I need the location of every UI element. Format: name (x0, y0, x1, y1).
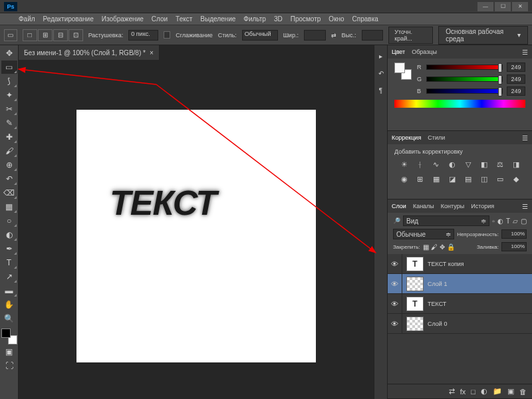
type-tool[interactable]: T (1, 256, 17, 269)
layer-row[interactable]: 👁TТЕКСТ копия (388, 254, 532, 274)
layer-fx-icon[interactable]: fx (460, 388, 466, 396)
foreground-color[interactable] (1, 329, 11, 338)
visibility-icon[interactable]: 👁 (388, 274, 402, 293)
strip-history-icon[interactable]: ↶ (376, 68, 386, 78)
close-button[interactable]: ✕ (512, 2, 528, 11)
selective-color-icon[interactable]: ◆ (510, 174, 522, 184)
lock-pos-icon[interactable]: ✥ (440, 243, 445, 251)
r-slider[interactable] (426, 65, 503, 70)
g-slider[interactable] (426, 76, 503, 82)
menu-view[interactable]: Просмотр (291, 15, 321, 23)
menu-3d[interactable]: 3D (274, 15, 283, 23)
strip-expand-icon[interactable]: ▸ (376, 51, 386, 61)
curves-icon[interactable]: ∿ (430, 159, 442, 170)
exposure-icon[interactable]: ◐ (446, 159, 458, 170)
filter-kind-select[interactable]: Вид≑ (403, 215, 489, 226)
visibility-icon[interactable]: 👁 (388, 254, 402, 273)
screenmode-toggle[interactable]: ⛶ (1, 359, 17, 372)
zoom-tool[interactable]: 🔍 (1, 312, 17, 325)
canvas[interactable]: ТЕКСТ (76, 110, 316, 362)
menu-select[interactable]: Выделение (200, 15, 235, 23)
group-icon[interactable]: 📁 (493, 387, 502, 396)
r-value[interactable]: 249 (507, 63, 525, 72)
path-tool[interactable]: ↗ (1, 270, 17, 283)
wand-tool[interactable]: ✦ (1, 88, 17, 102)
shape-tool[interactable]: ▬ (1, 284, 17, 297)
menu-image[interactable]: Изображение (102, 15, 144, 23)
gradient-map-icon[interactable]: ▭ (494, 174, 506, 184)
link-layers-icon[interactable]: ⇄ (449, 387, 455, 396)
menu-file[interactable]: Файл (19, 15, 35, 23)
close-icon[interactable]: × (150, 49, 154, 57)
history-brush-tool[interactable]: ↶ (1, 172, 17, 186)
brush-tool[interactable]: 🖌 (1, 144, 17, 158)
marquee-tool[interactable]: ▭ (1, 61, 17, 74)
quickmask-toggle[interactable]: ▣ (1, 345, 17, 358)
minimize-button[interactable]: — (477, 2, 493, 11)
pen-tool[interactable]: ✒ (1, 242, 17, 255)
filter-smart-icon[interactable]: ▢ (521, 217, 527, 225)
panel-menu-icon[interactable]: ☰ (522, 49, 528, 56)
invert-icon[interactable]: ◪ (446, 174, 458, 184)
feather-input[interactable]: 0 пикс. (128, 30, 158, 41)
layer-row[interactable]: 👁TТЕКСТ (388, 294, 532, 314)
filter-adjust-icon[interactable]: ◐ (497, 217, 503, 225)
lock-all-icon[interactable]: 🔒 (447, 243, 455, 251)
menu-text[interactable]: Текст (176, 15, 192, 23)
swap-dimensions-icon[interactable]: ⇄ (331, 32, 336, 39)
b-value[interactable]: 249 (507, 86, 525, 96)
tool-preset-icon[interactable]: ▭ (4, 29, 17, 41)
selection-new-icon[interactable]: □ (23, 29, 37, 41)
layer-row[interactable]: 👁Слой 1 (388, 274, 532, 294)
tab-styles[interactable]: Стили (428, 132, 445, 144)
menu-edit[interactable]: Редактирование (43, 15, 94, 23)
menu-layers[interactable]: Слои (152, 15, 168, 23)
antialias-checkbox[interactable] (164, 31, 170, 39)
selection-subtract-icon[interactable]: ⊟ (53, 29, 68, 41)
selection-intersect-icon[interactable]: ⊡ (68, 29, 83, 41)
refine-edge-button[interactable]: Уточн. край... (388, 27, 433, 44)
document-tab[interactable]: Без имени-1 @ 100% (Слой 1, RGB/8) * × (19, 45, 160, 60)
width-input[interactable] (304, 30, 326, 41)
brightness-icon[interactable]: ☀ (398, 159, 410, 170)
levels-icon[interactable]: ⟊ (414, 159, 426, 170)
b-slider[interactable] (426, 88, 503, 94)
color-mini-swatches[interactable] (394, 63, 412, 80)
tab-corrections[interactable]: Коррекция (392, 132, 421, 144)
move-tool[interactable]: ✥ (1, 47, 17, 60)
stamp-tool[interactable]: ⊕ (1, 158, 17, 172)
lock-trans-icon[interactable]: ▦ (423, 243, 429, 251)
tab-color[interactable]: Цвет (392, 46, 405, 58)
tab-swatches[interactable]: Образцы (412, 46, 437, 58)
adjustment-layer-icon[interactable]: ◐ (481, 387, 487, 396)
visibility-icon[interactable]: 👁 (388, 314, 402, 333)
vibrance-icon[interactable]: ▽ (462, 159, 474, 170)
panel-menu-icon[interactable]: ☰ (522, 203, 528, 210)
menu-filter[interactable]: Фильтр (243, 15, 266, 23)
heal-tool[interactable]: ✚ (1, 130, 17, 144)
channel-mixer-icon[interactable]: ⊞ (414, 174, 426, 184)
color-swatches[interactable] (1, 329, 17, 344)
selection-add-icon[interactable]: ⊞ (38, 29, 53, 41)
tab-history[interactable]: История (471, 200, 494, 212)
tab-layers[interactable]: Слои (392, 200, 406, 212)
opacity-input[interactable]: 100% (501, 229, 527, 239)
strip-char-icon[interactable]: ¶ (376, 85, 386, 96)
workspace-selector[interactable]: Основная рабочая среда▾ (438, 26, 528, 45)
visibility-icon[interactable]: 👁 (388, 294, 402, 313)
spectrum-bar[interactable] (394, 100, 525, 108)
layer-row[interactable]: 👁Слой 0 (388, 314, 532, 334)
g-value[interactable]: 249 (507, 74, 525, 84)
filter-type-icon[interactable]: T (506, 217, 510, 225)
panel-menu-icon[interactable]: ☰ (522, 134, 528, 142)
dodge-tool[interactable]: ◐ (1, 228, 17, 241)
crop-tool[interactable]: ✂ (1, 102, 17, 116)
colorbal-icon[interactable]: ⚖ (494, 159, 506, 170)
delete-layer-icon[interactable]: 🗑 (519, 388, 527, 396)
blend-mode-select[interactable]: Обычные≑ (393, 229, 454, 239)
tab-channels[interactable]: Каналы (413, 200, 434, 212)
new-layer-icon[interactable]: ▣ (507, 387, 514, 396)
fill-input[interactable]: 100% (501, 242, 527, 251)
eraser-tool[interactable]: ⌫ (1, 186, 17, 200)
eyedropper-tool[interactable]: ✎ (1, 116, 17, 130)
